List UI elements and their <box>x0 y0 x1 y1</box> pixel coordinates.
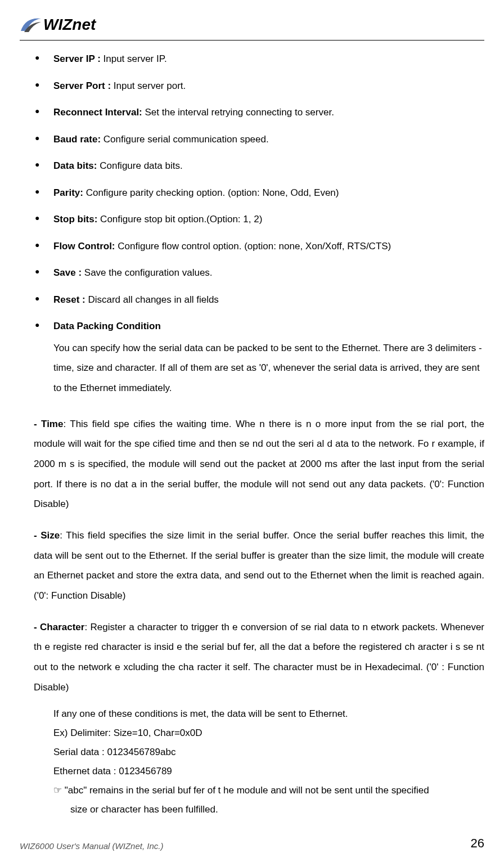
list-item: Baud rate: Configure serial communicatio… <box>34 132 484 147</box>
char-prefix: - Character <box>34 622 84 632</box>
page-footer: WIZ6000 User's Manual (WIZnet, Inc.) 26 <box>20 836 484 851</box>
list-item: Reset : Discard all changes in all field… <box>34 293 484 307</box>
list-item: Stop bits: Configure stop bit option.(Op… <box>34 212 484 227</box>
character-section: - Character: Register a character to tri… <box>34 617 484 698</box>
logo-area: WIZnet <box>20 14 484 35</box>
example-line: Serial data : 0123456789abc <box>53 743 484 762</box>
item-desc: Input server IP. <box>101 53 167 64</box>
item-label: Stop bits: <box>53 214 97 225</box>
size-prefix: - Size <box>34 530 60 541</box>
list-item: Reconnect Interval: Set the interval ret… <box>34 105 484 120</box>
settings-list: Server IP : Input server IP. Server Port… <box>34 52 484 398</box>
char-text: : Register a character to trigger th e c… <box>34 622 484 693</box>
list-item: Server Port : Input server port. <box>34 79 484 93</box>
item-desc: Input server port. <box>111 80 186 91</box>
time-prefix: - Time <box>34 419 63 429</box>
item-label: Data bits: <box>53 160 97 171</box>
example-line: Ethernet data : 0123456789 <box>53 762 484 781</box>
item-label: Reconnect Interval: <box>53 107 142 118</box>
item-label: Flow Control: <box>53 241 115 252</box>
item-desc: Configure serial communication speed. <box>101 134 269 145</box>
packing-label: Data Packing Condition <box>53 321 161 331</box>
item-desc: Set the interval retrying connecting to … <box>142 107 334 118</box>
footer-left: WIZ6000 User's Manual (WIZnet, Inc.) <box>20 841 163 851</box>
example-note: ☞ "abc" remains in the serial buf fer of… <box>53 781 484 800</box>
list-item: Server IP : Input server IP. <box>34 52 484 66</box>
item-label: Server IP : <box>53 53 101 64</box>
item-label: Baud rate: <box>53 134 101 145</box>
item-label: Reset : <box>53 294 86 305</box>
time-text: : This field spe cifies the waiting time… <box>34 419 484 510</box>
size-section: - Size: This field specifies the size li… <box>34 526 484 606</box>
item-label: Server Port : <box>53 80 111 91</box>
example-block: If any one of these conditions is met, t… <box>34 704 484 819</box>
logo-text: WIZnet <box>43 16 96 34</box>
item-desc: Configure stop bit option.(Option: 1, 2) <box>97 214 262 225</box>
example-line: Ex) Delimiter: Size=10, Char=0x0D <box>53 724 484 743</box>
example-note-cont: size or character has been fulfilled. <box>53 800 484 819</box>
item-label: Save : <box>53 267 82 278</box>
time-section: - Time: This field spe cifies the waitin… <box>34 414 484 514</box>
list-item: Parity: Configure parity checking option… <box>34 186 484 200</box>
item-desc: Configure data bits. <box>97 160 182 171</box>
size-text: : This field specifies the size limit in… <box>34 530 484 601</box>
item-desc: Configure parity checking option. (optio… <box>83 187 339 198</box>
item-desc: Save the configuration values. <box>82 267 212 278</box>
logo-swoosh-icon <box>20 14 42 35</box>
example-line: If any one of these conditions is met, t… <box>53 704 484 724</box>
list-item: Flow Control: Configure flow control opt… <box>34 239 484 254</box>
list-item-packing: Data Packing Condition You can specify h… <box>34 319 484 398</box>
list-item: Save : Save the configuration values. <box>34 266 484 280</box>
main-content: Server IP : Input server IP. Server Port… <box>20 52 484 819</box>
packing-desc: You can specify how the serial data can … <box>53 338 484 398</box>
item-desc: Discard all changes in all fields <box>86 294 219 305</box>
page-number: 26 <box>471 836 484 851</box>
item-label: Parity: <box>53 187 83 198</box>
list-item: Data bits: Configure data bits. <box>34 159 484 173</box>
header-divider <box>20 40 484 41</box>
item-desc: Configure flow control option. (option: … <box>115 241 392 252</box>
